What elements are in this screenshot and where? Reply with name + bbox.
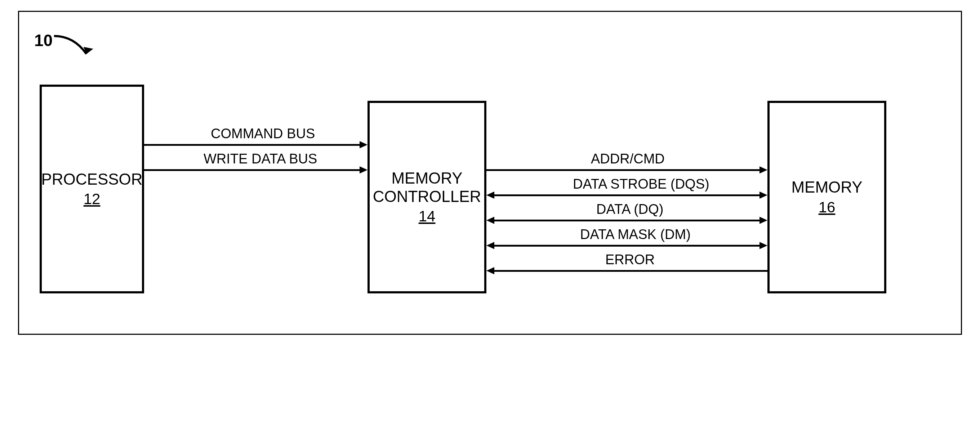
dm-arrow-left-icon xyxy=(487,242,494,249)
write-data-bus-label: WRITE DATA BUS xyxy=(204,151,317,167)
dm-label: DATA MASK (DM) xyxy=(580,227,691,242)
controller-num: 14 xyxy=(418,208,436,225)
command-bus-arrow-right-icon xyxy=(360,141,368,148)
dq-arrow-left-icon xyxy=(487,217,494,224)
dq-arrow-right-icon xyxy=(759,217,767,224)
dm-line xyxy=(494,245,759,247)
dqs-label: DATA STROBE (DQS) xyxy=(573,176,710,192)
addr-cmd-line xyxy=(487,169,759,171)
memory-num: 16 xyxy=(819,199,835,216)
processor-title: PROCESSOR xyxy=(41,170,142,189)
error-arrow-left-icon xyxy=(487,267,494,274)
dq-line xyxy=(494,220,759,221)
processor-block: PROCESSOR 12 xyxy=(40,85,144,293)
error-label: ERROR xyxy=(605,252,655,268)
controller-title: MEMORY CONTROLLER xyxy=(373,169,481,206)
dqs-line xyxy=(494,194,759,196)
diagram-canvas: 10 PROCESSOR 12 MEMORY CONTROLLER 14 MEM… xyxy=(0,0,980,441)
memory-controller-block: MEMORY CONTROLLER 14 xyxy=(368,101,487,293)
dq-label: DATA (DQ) xyxy=(596,201,663,217)
addr-cmd-arrow-right-icon xyxy=(759,166,767,173)
dm-arrow-right-icon xyxy=(759,242,767,249)
addr-cmd-label: ADDR/CMD xyxy=(591,151,665,167)
memory-block: MEMORY 16 xyxy=(767,101,886,293)
write-data-bus-line xyxy=(144,169,360,171)
memory-title: MEMORY xyxy=(791,178,862,197)
write-data-bus-arrow-right-icon xyxy=(360,166,368,173)
processor-num: 12 xyxy=(84,190,100,208)
error-line xyxy=(494,270,767,272)
dqs-arrow-right-icon xyxy=(759,192,767,199)
dqs-arrow-left-icon xyxy=(487,192,494,199)
command-bus-label: COMMAND BUS xyxy=(211,126,315,141)
diagram-ref-number: 10 xyxy=(34,30,52,50)
command-bus-line xyxy=(144,144,360,146)
ref-arrow-icon xyxy=(52,34,95,67)
